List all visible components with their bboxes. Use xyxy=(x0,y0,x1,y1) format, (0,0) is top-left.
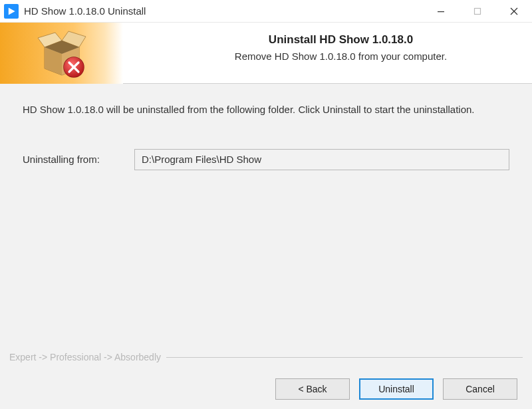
app-icon xyxy=(4,4,19,19)
svg-rect-1 xyxy=(438,11,444,12)
window-controls xyxy=(422,0,532,23)
breadcrumb-rule xyxy=(166,357,523,358)
close-button[interactable] xyxy=(495,0,532,23)
header-title: Uninstall HD Show 1.0.18.0 xyxy=(163,33,519,47)
back-button[interactable]: < Back xyxy=(275,378,350,400)
header-text-area: Uninstall HD Show 1.0.18.0 Remove HD Sho… xyxy=(123,23,532,83)
maximize-button xyxy=(459,0,495,23)
header-subtitle: Remove HD Show 1.0.18.0 from your comput… xyxy=(163,51,519,62)
svg-marker-0 xyxy=(9,7,15,15)
header-band: Uninstall HD Show 1.0.18.0 Remove HD Sho… xyxy=(0,23,532,84)
breadcrumb: Expert -> Professional -> Absorbedly xyxy=(9,352,523,362)
breadcrumb-text: Expert -> Professional -> Absorbedly xyxy=(9,352,166,362)
svg-rect-2 xyxy=(474,8,480,14)
path-row: Uninstalling from: xyxy=(23,149,509,170)
cancel-button[interactable]: Cancel xyxy=(443,378,517,400)
content-area: HD Show 1.0.18.0 will be uninstalled fro… xyxy=(0,84,532,369)
instruction-text: HD Show 1.0.18.0 will be uninstalled fro… xyxy=(23,102,509,117)
path-label: Uninstalling from: xyxy=(23,154,122,165)
window-title: HD Show 1.0.18.0 Uninstall xyxy=(24,5,422,17)
uninstall-path-field[interactable] xyxy=(134,149,509,170)
titlebar: HD Show 1.0.18.0 Uninstall xyxy=(0,0,532,23)
uninstall-box-icon xyxy=(35,29,88,78)
uninstall-button[interactable]: Uninstall xyxy=(359,378,434,400)
header-icon-area xyxy=(0,23,123,84)
minimize-button[interactable] xyxy=(422,0,459,23)
footer: < Back Uninstall Cancel xyxy=(0,369,532,409)
